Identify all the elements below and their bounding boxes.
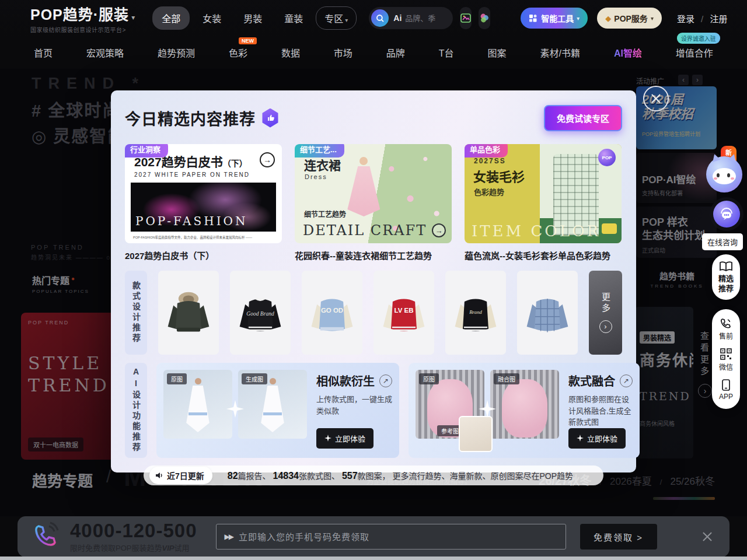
nav-home[interactable]: 首页 — [34, 46, 53, 60]
try-now-button[interactable]: 立即体验 — [316, 428, 374, 449]
modal-header: 今日精选内容推荐 免费试读专区 — [125, 101, 622, 135]
nav-value-coop[interactable]: 增值合作设界诚邀入驻 — [676, 46, 713, 60]
card-caption: 花园织春--童装连衣裙细节工艺趋势 — [295, 249, 452, 261]
speaker-icon — [155, 471, 163, 480]
tab-all[interactable]: 全部 — [152, 6, 190, 30]
style-recommend-row: 款式设计推荐 Good Brand GO OD LV EB Brand 更多 › — [125, 271, 622, 355]
phone-number-input[interactable] — [239, 532, 557, 542]
logo-subtitle: 国家级纺织服装创意设计示范平台> — [30, 25, 135, 34]
nav-pattern[interactable]: 图案 — [488, 46, 507, 60]
product-thumbnail-black-varsity[interactable]: Good Brand — [230, 271, 291, 355]
nav-data[interactable]: 数据 — [281, 46, 300, 60]
card-caption: 蕴色流岚--女装毛衫套衫单品色彩趋势 — [465, 249, 622, 261]
particle-artwork: POP-FASHION — [131, 183, 276, 232]
hotline-number: 4000-120-500 — [70, 521, 197, 540]
product-thumbnail-plaid-shirt[interactable] — [517, 271, 578, 355]
register-link[interactable]: 注册 — [710, 14, 727, 24]
fused-image: 融合图 — [490, 370, 559, 439]
nav-macro-strategy[interactable]: 宏观策略 — [86, 46, 124, 60]
svg-text:LV EB: LV EB — [395, 307, 414, 314]
featured-cards-row: 行业洞察 2027趋势白皮书（下） 2027 WHITE PAPER ON TR… — [125, 144, 622, 261]
free-claim-button[interactable]: 免费领取 > — [580, 524, 657, 550]
online-chat-button[interactable] — [710, 197, 743, 231]
tab-zone[interactable]: 专区▾ — [316, 6, 357, 30]
online-consult-label[interactable]: 在线咨询 — [702, 233, 743, 250]
main-nav: 首页 宏观策略 趋势预测 色彩NEW 数据 市场 品牌 T台 图案 素材/书籍 … — [0, 36, 747, 69]
svg-text:GO OD: GO OD — [321, 307, 343, 314]
try-now-button[interactable]: 立即体验 — [568, 428, 626, 449]
color-palette-icon[interactable] — [479, 7, 490, 29]
arrow-right-icon: → — [432, 223, 446, 237]
tab-men[interactable]: 男装 — [234, 6, 271, 30]
qr-code-icon — [720, 348, 732, 360]
tab-kids[interactable]: 童装 — [275, 6, 312, 30]
update-pill: 近7日更新 — [149, 467, 212, 484]
search-box[interactable]: Ai — [369, 7, 453, 29]
service-pill: 售前 微信 APP — [712, 309, 740, 409]
featured-card-knit-color[interactable]: 单品色彩 2027SS 女装毛衫 色彩趋势 ITEM COLOR POP 蕴色流… — [465, 144, 622, 261]
product-thumbnail-fur-hood-jacket[interactable] — [158, 271, 219, 355]
source-image: 原图 — [163, 370, 232, 439]
more-styles-button[interactable]: 更多 › — [589, 271, 622, 355]
chevron-down-icon: ▾ — [345, 17, 348, 23]
top-header: POP趋势·服装▾ 国家级纺织服装创意设计示范平台> 全部 女装 男装 童装 专… — [0, 0, 747, 36]
close-icon[interactable] — [700, 530, 714, 544]
app-download-button[interactable]: APP — [719, 379, 733, 401]
close-icon[interactable] — [643, 86, 669, 111]
nav-ai-draw[interactable]: AI智绘 — [614, 46, 642, 60]
search-input[interactable] — [405, 14, 446, 23]
modal-title: 今日精选内容推荐 — [125, 107, 256, 130]
phone-handset-icon — [33, 522, 61, 552]
ai-card-similar-derive[interactable]: 原图 生成图 相似款衍生 ↗ 上传款式图，一键生成类似款 — [156, 363, 399, 458]
logo-block[interactable]: POP趋势·服装▾ 国家级纺织服装创意设计示范平台> — [30, 3, 135, 34]
arrow-right-icon: › — [599, 320, 612, 333]
nav-materials-books[interactable]: 素材/书籍 — [540, 46, 580, 60]
weekly-stats-bar: 近7日更新 82篇报告、 14834张款式图、 557款图案， 更多流行趋势、海… — [144, 466, 603, 485]
image-search-icon[interactable] — [460, 7, 472, 29]
nav-market[interactable]: 市场 — [334, 46, 352, 60]
nav-trend-forecast[interactable]: 趋势预测 — [158, 46, 195, 60]
login-link[interactable]: 登录 — [677, 14, 694, 24]
auth-links: 登录 / 注册 — [677, 12, 728, 24]
ai-feature-row: AI设计功能推荐 原图 生成图 相似款衍生 ↗ — [125, 363, 622, 458]
style-recommend-label: 款式设计推荐 — [125, 271, 147, 355]
ai-feature-label: AI设计功能推荐 — [125, 363, 147, 458]
nav-runway[interactable]: T台 — [439, 46, 454, 60]
pop-colour-badge: POP — [598, 149, 616, 166]
chevron-down-icon: ▾ — [651, 15, 654, 22]
svg-text:Good Brand: Good Brand — [246, 310, 274, 317]
hotline-note: 限时免费领取POP服装趋势VIP试用 — [70, 542, 197, 553]
book-icon — [720, 261, 732, 272]
featured-recommend-button[interactable]: 精选推荐 — [712, 254, 740, 300]
search-icon — [371, 9, 389, 27]
nav-color[interactable]: 色彩NEW — [229, 46, 247, 60]
chevron-down-icon: ▾ — [577, 15, 580, 22]
featured-card-dress-craft[interactable]: 细节工艺... 连衣裙 Dress 细节工艺趋势 DETAIL CRAFT → … — [295, 144, 452, 261]
gem-icon: ◆ — [605, 14, 611, 23]
arrow-right-icon: → — [260, 152, 275, 167]
phone-input-wrap: ▶▶ — [216, 524, 566, 550]
wechat-qr-button[interactable]: 微信 — [719, 348, 733, 372]
featured-card-whitepaper[interactable]: 行业洞察 2027趋势白皮书（下） 2027 WHITE PAPER ON TR… — [125, 144, 282, 261]
mascot-assistant[interactable] — [706, 156, 742, 192]
product-thumbnail-black-cream-varsity[interactable]: Brand — [445, 271, 506, 355]
nav-brand[interactable]: 品牌 — [386, 46, 405, 60]
ai-search-label: Ai — [393, 13, 402, 23]
product-thumbnail-red-varsity[interactable]: LV EB — [374, 271, 434, 355]
sparkle-icon — [477, 399, 497, 421]
daily-picks-modal: 今日精选内容推荐 免费试读专区 行业洞察 2027趋势白皮书（下） 2027 W… — [111, 90, 636, 473]
pop-service-button[interactable]: ◆ POP服务▾ — [597, 8, 662, 29]
tab-women[interactable]: 女装 — [193, 6, 231, 30]
product-thumbnail-blue-varsity[interactable]: GO OD — [302, 271, 362, 355]
free-trial-button[interactable]: 免费试读专区 — [544, 105, 622, 131]
phone-block: 4000-120-500 限时免费领取POP服装趋势VIP试用 — [70, 521, 197, 553]
external-link-icon[interactable]: ↗ — [620, 374, 633, 387]
double-arrow-icon: ▶▶ — [225, 533, 233, 541]
phone-icon — [720, 317, 732, 329]
ai-card-style-fusion[interactable]: 原图 参考图 融合图 款式融合 ↗ 原图和参照图在设计风格融合,生 — [409, 363, 640, 458]
thumbs-up-icon — [261, 108, 279, 128]
presale-button[interactable]: 售前 — [719, 317, 733, 341]
smart-tools-button[interactable]: 智能工具▾ — [521, 8, 588, 29]
smartphone-icon — [721, 379, 731, 391]
external-link-icon[interactable]: ↗ — [379, 374, 392, 387]
